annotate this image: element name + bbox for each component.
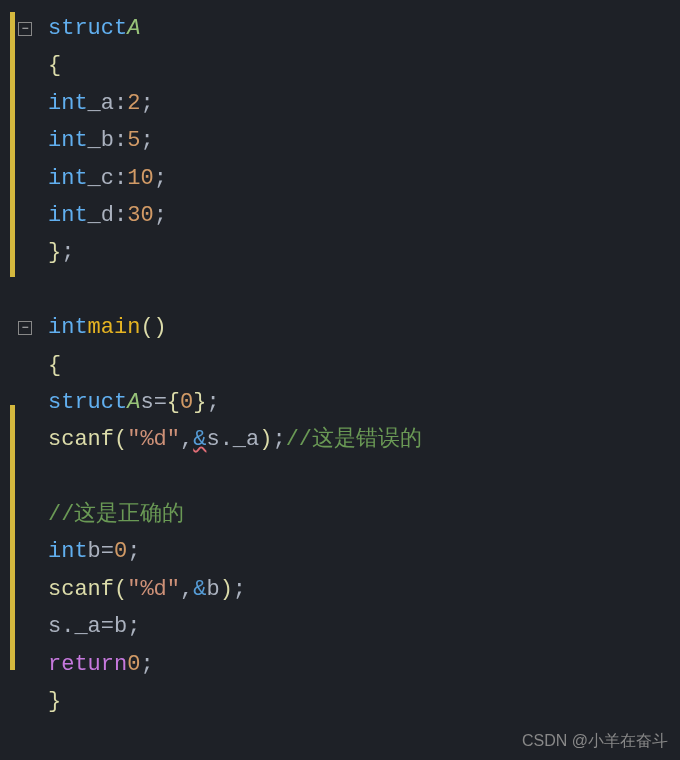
string: "%d" [127, 421, 180, 458]
code-line: { [18, 347, 680, 384]
brace: { [48, 347, 61, 384]
keyword: return [48, 646, 127, 683]
brace: } [48, 234, 61, 271]
change-marker-2 [10, 405, 15, 670]
type: int [48, 533, 88, 570]
code-line: int _a : 2; [18, 85, 680, 122]
code-line: scanf("%d", &b); [18, 571, 680, 608]
brace: } [48, 683, 61, 720]
comment: //这是正确的 [48, 496, 184, 533]
number: 30 [127, 197, 153, 234]
number: 10 [127, 160, 153, 197]
code-line: struct A s = { 0 }; [18, 384, 680, 421]
fold-icon[interactable]: − [18, 321, 32, 335]
type: int [48, 309, 88, 346]
comment: //这是错误的 [286, 421, 422, 458]
type: int [48, 85, 88, 122]
change-marker-1 [10, 12, 15, 277]
struct-name: A [127, 384, 140, 421]
code-line: return 0; [18, 646, 680, 683]
watermark: CSDN @小羊在奋斗 [522, 731, 668, 752]
code-line: − int main() [18, 309, 680, 346]
type: int [48, 197, 88, 234]
fold-icon[interactable]: − [18, 22, 32, 36]
code-line: − struct A [18, 10, 680, 47]
type: int [48, 122, 88, 159]
code-line: } [18, 683, 680, 720]
code-line: int b = 0; [18, 533, 680, 570]
code-editor: − struct A { int _a : 2; int _b : 5; int… [0, 0, 680, 730]
brace: { [48, 47, 61, 84]
code-line: //这是正确的 [18, 496, 680, 533]
code-line: int _d : 30; [18, 197, 680, 234]
keyword: struct [48, 384, 127, 421]
number: 2 [127, 85, 140, 122]
type: int [48, 160, 88, 197]
field-name: _a [88, 85, 114, 122]
struct-name: A [127, 10, 140, 47]
function-call: scanf [48, 421, 114, 458]
function-call: scanf [48, 571, 114, 608]
code-line: int _b : 5; [18, 122, 680, 159]
code-line: s._a = b; [18, 608, 680, 645]
field-name: _c [88, 160, 114, 197]
code-line: { [18, 47, 680, 84]
code-line: int _c : 10; [18, 160, 680, 197]
blank-line [18, 459, 680, 496]
error-squiggle: & [193, 421, 206, 458]
keyword: struct [48, 10, 127, 47]
string: "%d" [127, 571, 180, 608]
field-name: _b [88, 122, 114, 159]
number: 5 [127, 122, 140, 159]
field-name: _d [88, 197, 114, 234]
function-name: main [88, 309, 141, 346]
code-line: }; [18, 234, 680, 271]
code-line: scanf("%d", &s._a);//这是错误的 [18, 421, 680, 458]
blank-line [18, 272, 680, 309]
